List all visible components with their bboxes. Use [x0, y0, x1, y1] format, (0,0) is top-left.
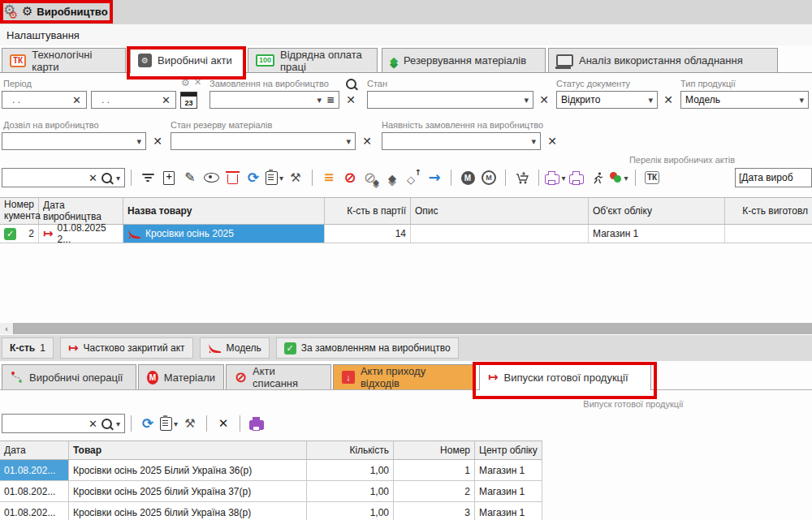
reserve-button[interactable]: ◆	[382, 167, 403, 188]
col-doc-number[interactable]: Номеркумента	[0, 198, 39, 224]
has-order-clear-icon[interactable]: ✕	[546, 134, 559, 148]
product-type-combo[interactable]: Модель ▾	[680, 91, 809, 109]
qty-cell[interactable]: 1,00	[307, 502, 394, 520]
scroll-left-icon[interactable]: ‹	[0, 323, 14, 334]
edit-button[interactable]: ✎	[179, 167, 201, 188]
description-cell[interactable]	[411, 225, 589, 243]
col-qty[interactable]: Кількість	[307, 441, 394, 459]
tab-production-acts[interactable]: ⚙ Виробничі акти	[130, 47, 244, 73]
chevron-down-icon[interactable]: ▾	[116, 419, 120, 428]
clear-icon[interactable]: ✕	[89, 418, 97, 430]
tab-material-reservation[interactable]: ◆ Резервування матеріалів	[382, 48, 546, 72]
chevron-down-icon[interactable]: ▾	[524, 95, 529, 105]
clear-icon[interactable]: ✕	[89, 172, 97, 184]
settings-wrench-button[interactable]: ⚒	[179, 413, 201, 434]
add-document-button[interactable]	[158, 167, 179, 188]
horizontal-scrollbar[interactable]: ‹	[0, 323, 812, 334]
materials-return-button[interactable]: M	[478, 167, 499, 188]
close-x-button[interactable]: ✕	[213, 413, 234, 434]
tab-materials[interactable]: M Матеріали	[138, 364, 224, 389]
list-button[interactable]: ≡	[318, 167, 339, 188]
chevron-down-icon[interactable]: ▾	[648, 95, 653, 105]
unreserve-button[interactable]: ⊘◆	[361, 167, 382, 188]
product-cell[interactable]: Кросівки осінь 2025 Білий Україна 36(р)	[69, 460, 307, 480]
permission-clear-icon[interactable]: ✕	[151, 134, 164, 148]
print-button[interactable]: ▾	[545, 167, 566, 188]
clear-icon[interactable]: ✕	[72, 94, 81, 106]
col-made-qty[interactable]: К-сть виготовл	[725, 198, 812, 224]
tab-writeoff-acts[interactable]: ⊘ Акти списання	[226, 364, 331, 389]
chevron-down-icon[interactable]: ▾	[317, 95, 322, 105]
copy-button[interactable]: ▾	[158, 413, 179, 434]
search-icon[interactable]	[102, 173, 112, 183]
tab-equipment-analysis[interactable]: Аналіз використання обладнання	[548, 48, 778, 72]
center-cell[interactable]: Магазин 1	[475, 502, 542, 520]
col-production-date[interactable]: Дата виробництва	[39, 198, 123, 224]
sort-field[interactable]: [Дата вироб	[735, 168, 812, 187]
center-cell[interactable]: Магазин 1	[475, 460, 542, 480]
tab-tech-cards[interactable]: ТК Технологічні карти	[2, 48, 126, 72]
search-icon[interactable]	[346, 79, 356, 89]
tab-finished-goods-output[interactable]: ↦ Випуски готової продукції	[479, 363, 651, 390]
print-button[interactable]	[246, 413, 267, 434]
number-cell[interactable]: 2	[394, 481, 475, 501]
release-reserve-button[interactable]: ◇↑	[403, 167, 424, 188]
doc-number-cell[interactable]: ✓ 2	[0, 225, 39, 243]
refresh-button[interactable]: ⟳	[137, 413, 158, 434]
has-order-combo[interactable]: ▾	[382, 132, 541, 150]
search-input[interactable]: ✕ ▾	[2, 168, 125, 187]
col-description[interactable]: Опис	[411, 198, 589, 224]
scrollbar-thumb[interactable]	[14, 323, 812, 334]
period-close-icon[interactable]: ✕	[194, 78, 201, 87]
product-cell[interactable]: Кросівки осінь 2025 білий Україна 38(р)	[69, 502, 307, 520]
doc-status-clear-icon[interactable]: ✕	[662, 92, 675, 107]
transfer-button[interactable]: →	[424, 167, 445, 188]
period-to-input[interactable]: . . ✕	[91, 91, 176, 109]
doc-status-combo[interactable]: Відкрито ▾	[556, 91, 658, 109]
print-preview-button[interactable]	[566, 167, 587, 188]
settings-wrench-button[interactable]: ⚒	[285, 167, 306, 188]
center-cell[interactable]: Магазин 1	[475, 481, 542, 501]
order-clear-icon[interactable]: ✕	[344, 92, 357, 107]
materials-button[interactable]: M	[457, 167, 478, 188]
menu-settings[interactable]: Налаштування	[3, 28, 83, 43]
quick-run-button[interactable]	[587, 167, 608, 188]
tk-button[interactable]: ТК	[641, 167, 663, 188]
chevron-down-icon[interactable]: ▾	[136, 136, 141, 147]
search-icon[interactable]	[102, 419, 112, 429]
calendar-icon[interactable]: 23	[180, 92, 197, 109]
permission-combo[interactable]: ▾	[2, 132, 146, 150]
reserve-state-combo[interactable]: ▾	[171, 132, 356, 150]
qty-cell[interactable]: 1,00	[307, 481, 394, 501]
number-cell[interactable]: 3	[394, 502, 475, 520]
reserve-clear-icon[interactable]: ✕	[361, 134, 374, 148]
made-qty-cell[interactable]	[725, 225, 812, 243]
number-cell[interactable]: 1	[394, 460, 475, 480]
status-dots-button[interactable]: ▾	[608, 167, 629, 188]
chevron-down-icon[interactable]: ▾	[346, 136, 351, 147]
col-batch-qty[interactable]: К-сть в партії	[325, 198, 411, 224]
product-cell[interactable]: Кросівки осінь 2025 білий Україна 37(р)	[69, 481, 307, 501]
tab-waste-receipt-acts[interactable]: ↓ Акти приходу відходів	[333, 364, 476, 389]
table-row[interactable]: 01.08.202... Кросівки осінь 2025 білий У…	[0, 481, 542, 502]
col-product-name[interactable]: Назва товару	[123, 198, 325, 224]
production-date-cell[interactable]: ↦ 01.08.2025 2...	[39, 225, 123, 243]
col-number[interactable]: Номер	[394, 441, 475, 459]
product-name-cell[interactable]: Кросівки осінь 2025	[123, 225, 325, 243]
table-row[interactable]: ✓ 2 ↦ 01.08.2025 2... Кросівки осінь 202…	[0, 225, 812, 243]
table-row[interactable]: 01.08.202... Кросівки осінь 2025 Білий У…	[0, 460, 542, 481]
refresh-button[interactable]: ⟳	[243, 167, 264, 188]
date-cell[interactable]: 01.08.202...	[0, 502, 69, 520]
state-clear-icon[interactable]: ✕	[538, 92, 551, 107]
period-from-input[interactable]: . . ✕	[2, 91, 87, 109]
col-date[interactable]: Дата	[0, 441, 69, 459]
chevron-down-icon[interactable]: ▾	[531, 136, 536, 147]
period-settings-icon[interactable]: ⚙	[181, 78, 190, 88]
account-object-cell[interactable]: Магазин 1	[589, 225, 725, 243]
order-combo[interactable]: ▾ ≡	[209, 91, 339, 109]
chevron-down-icon[interactable]: ▾	[116, 174, 120, 183]
tab-production-operations[interactable]: Виробничі операції	[2, 364, 136, 389]
purchase-cart-button[interactable]	[512, 167, 533, 188]
state-combo[interactable]: ▾	[367, 91, 533, 109]
qty-cell[interactable]: 1,00	[307, 460, 394, 480]
